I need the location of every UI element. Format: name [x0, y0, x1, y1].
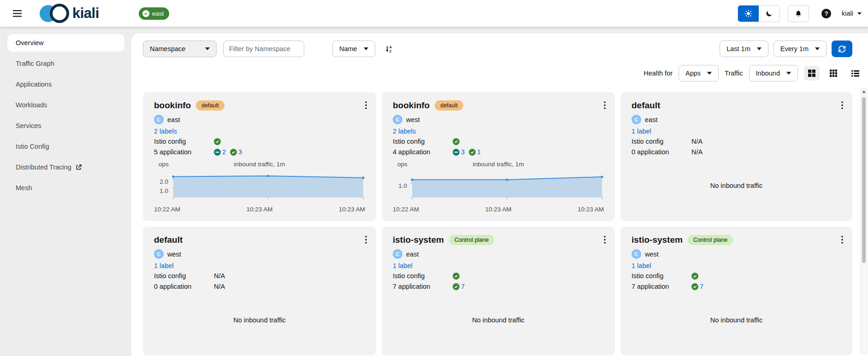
- notifications-button[interactable]: [788, 5, 809, 22]
- chart-x-tick: 10:23 AM: [339, 206, 365, 213]
- sidebar-item-istio-config[interactable]: Istio Config: [7, 138, 124, 155]
- chart-x-tick: 10:22 AM: [154, 206, 180, 213]
- scroll-up-arrow-icon[interactable]: [862, 90, 866, 94]
- namespace-filter-input[interactable]: [223, 41, 304, 57]
- application-row: 7 application7: [632, 282, 841, 291]
- chart-y-tick: 2.0: [159, 178, 168, 185]
- application-row: 7 application7: [393, 282, 604, 291]
- chart-title: inbound traffic, 1m: [393, 161, 604, 168]
- inbound-traffic-chart: opsinbound traffic, 1m1.010:22 AM10:23 A…: [393, 161, 604, 213]
- dark-theme-button[interactable]: [759, 6, 779, 22]
- cluster-name: west: [167, 251, 181, 258]
- application-status: 7: [453, 283, 467, 290]
- refresh-button[interactable]: [832, 41, 852, 57]
- application-status-count[interactable]: 7: [700, 283, 703, 290]
- application-status-count[interactable]: 3: [238, 148, 242, 156]
- application-count-label: 0 application: [632, 148, 691, 156]
- application-status-count[interactable]: 3: [461, 148, 465, 156]
- healthy-icon: [453, 138, 460, 145]
- namespace-name-link[interactable]: bookinfo: [154, 100, 191, 111]
- light-theme-button[interactable]: [738, 6, 759, 22]
- inbound-traffic-sparkline: [410, 171, 604, 202]
- application-status-count[interactable]: 2: [222, 148, 226, 156]
- application-row: 0 applicationN/A: [632, 148, 841, 156]
- cluster-icon: C: [632, 115, 641, 124]
- cluster-name: east: [406, 251, 419, 258]
- labels-link[interactable]: 1 label: [154, 262, 174, 269]
- healthy-icon: [453, 273, 460, 280]
- labels-link[interactable]: 2 labels: [393, 128, 416, 135]
- card-actions-kebab-button[interactable]: [601, 99, 608, 112]
- sidebar-item-overview[interactable]: Overview: [7, 34, 124, 52]
- sort-field-dropdown[interactable]: Name: [332, 41, 375, 57]
- healthy-icon: [453, 283, 460, 290]
- istio-config-label: Istio config: [393, 272, 453, 280]
- namespace-name-link[interactable]: istio-system: [632, 235, 683, 245]
- cluster-icon: C: [154, 115, 164, 124]
- kiali-logo-mark: [40, 3, 70, 23]
- namespace-type-badge: Control plane: [688, 235, 733, 245]
- nav-toggle-button[interactable]: [10, 6, 24, 20]
- filter-type-dropdown[interactable]: Namespace: [143, 41, 217, 57]
- labels-link[interactable]: 1 label: [632, 262, 651, 269]
- list-view-button[interactable]: [847, 66, 863, 81]
- application-status-count[interactable]: 7: [461, 283, 465, 290]
- health-for-dropdown[interactable]: Apps: [679, 65, 719, 82]
- refresh-interval-dropdown[interactable]: Every 1m: [774, 41, 827, 57]
- labels-link[interactable]: 1 label: [632, 128, 651, 135]
- istio-config-row: Istio config: [154, 137, 365, 146]
- cluster-icon: C: [154, 249, 164, 259]
- sidebar-item-workloads[interactable]: Workloads: [7, 96, 124, 114]
- application-status-text: N/A: [214, 283, 225, 290]
- cluster-row: Cwest: [632, 249, 841, 259]
- sidebar-item-label: Applications: [16, 81, 52, 88]
- theme-toggle: [738, 5, 780, 22]
- sidebar-item-applications[interactable]: Applications: [7, 76, 124, 93]
- card-actions-kebab-button[interactable]: [838, 234, 846, 247]
- labels-link[interactable]: 2 labels: [154, 128, 177, 135]
- labels-link[interactable]: 1 label: [393, 262, 413, 269]
- sidebar-item-services[interactable]: Services: [7, 117, 124, 134]
- idle-icon: [453, 149, 460, 156]
- sidebar-item-mesh[interactable]: Mesh: [7, 179, 124, 197]
- sidebar-item-distributed-tracing[interactable]: Distributed Tracing: [7, 158, 124, 176]
- bell-icon: [795, 10, 802, 17]
- help-button[interactable]: ?: [821, 9, 831, 18]
- istio-config-label: Istio config: [393, 138, 453, 145]
- namespace-name-link[interactable]: bookinfo: [393, 100, 430, 111]
- inbound-traffic-sparkline: [171, 171, 365, 202]
- card-actions-kebab-button[interactable]: [838, 99, 846, 112]
- card-actions-kebab-button[interactable]: [601, 234, 608, 247]
- card-actions-kebab-button[interactable]: [362, 234, 370, 247]
- chevron-down-icon: [815, 47, 820, 50]
- sort-order-button[interactable]: A Z: [385, 45, 393, 53]
- istio-config-label: Istio config: [154, 272, 214, 280]
- small-grid-icon: [830, 70, 837, 77]
- scrollbar-thumb[interactable]: [862, 97, 866, 263]
- inbound-traffic-chart: opsinbound traffic, 1m2.01.010:22 AM10:2…: [154, 161, 365, 213]
- traffic-direction-dropdown[interactable]: Inbound: [749, 65, 798, 82]
- compact-view-button[interactable]: [826, 66, 841, 81]
- chart-y-axis: 1.0: [393, 171, 410, 202]
- namespace-name-link[interactable]: istio-system: [393, 235, 444, 245]
- istio_config-status-text: N/A: [691, 138, 703, 145]
- sidebar-item-traffic-graph[interactable]: Traffic Graph: [7, 55, 124, 72]
- application-status-count[interactable]: 1: [477, 148, 481, 156]
- namespace-name-link[interactable]: default: [632, 100, 660, 111]
- card-actions-kebab-button[interactable]: [362, 99, 370, 112]
- home-cluster-badge: east: [139, 7, 170, 20]
- cluster-name: west: [406, 116, 420, 123]
- no-inbound-traffic-message: No inbound traffic: [154, 291, 365, 349]
- chevron-down-icon: [757, 47, 762, 50]
- vertical-scrollbar[interactable]: [861, 88, 867, 354]
- chart-y-axis: 2.01.0: [154, 171, 171, 202]
- duration-dropdown[interactable]: Last 1m: [720, 41, 768, 57]
- user-menu[interactable]: kiali: [842, 10, 862, 17]
- chart-x-tick: 10:23 AM: [485, 206, 511, 213]
- namespace-name-link[interactable]: default: [154, 235, 183, 245]
- chart-x-tick: 10:22 AM: [393, 206, 419, 213]
- idle-icon: [214, 149, 221, 156]
- expanded-view-button[interactable]: [804, 66, 820, 81]
- cluster-name: west: [645, 251, 659, 258]
- application-status-text: N/A: [691, 148, 703, 156]
